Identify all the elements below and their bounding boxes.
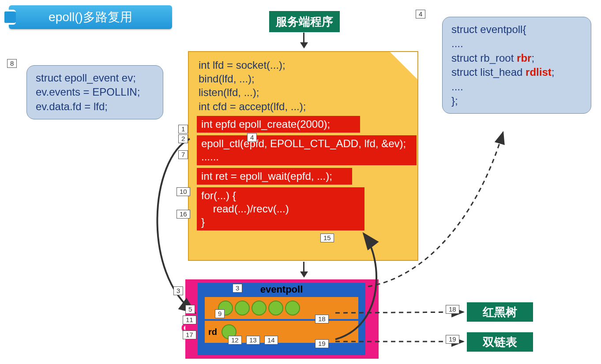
left-l1: struct epoll_event ev; — [36, 71, 154, 85]
num-1: 1 — [178, 125, 188, 134]
label-rbtree: 红黑树 — [467, 302, 533, 322]
blue-eventpoll: eventpoll rd — [198, 283, 365, 355]
num-13: 13 — [246, 336, 260, 345]
num-9: 9 — [215, 309, 225, 318]
title-ring — [3, 10, 16, 25]
num-7: 7 — [178, 150, 188, 159]
code-note: int lfd = socket(...); bind(lfd, ...); l… — [188, 51, 418, 261]
label-dlist: 双链表 — [467, 332, 533, 352]
num-8: 8 — [7, 59, 17, 68]
pink-container: eventpoll rd — [185, 279, 379, 359]
left-l2: ev.events = EPOLLIN; — [36, 85, 154, 99]
rdlist-label: rd — [208, 327, 217, 337]
red-epoll-ctl: epoll_ctl(epfd, EPOLL_CTL_ADD, lfd, &ev)… — [197, 135, 417, 165]
rb-l5: .... — [451, 80, 582, 94]
node-circle — [252, 301, 267, 316]
num-19-right: 19 — [446, 335, 459, 344]
right-struct-box: struct eventpoll{ .... struct rb_root rb… — [442, 17, 591, 114]
red-for-loop: for(...) { read(...)/recv(...) } — [197, 187, 364, 230]
num-4-top: 4 — [416, 10, 425, 19]
title-text: epoll()多路复用 — [49, 9, 132, 26]
red-epoll-wait: int ret = epoll_wait(epfd, ...); — [197, 168, 352, 185]
num-3-inner: 3 — [233, 284, 242, 293]
red-epoll-create: int epfd epoll_create(2000); — [197, 116, 360, 133]
rb-l2: .... — [451, 37, 582, 51]
server-label: 服务端程序 — [269, 11, 340, 32]
orange-row-rbr — [205, 297, 358, 319]
num-16: 16 — [177, 210, 190, 219]
node-circle — [285, 301, 300, 316]
left-l3: ev.data.fd = lfd; — [36, 100, 154, 114]
num-11: 11 — [183, 316, 196, 324]
num-14: 14 — [264, 336, 278, 345]
rb-l1: struct eventpoll{ — [451, 22, 582, 37]
num-15: 15 — [320, 234, 334, 242]
num-2: 2 — [178, 134, 188, 143]
code-c3: listen(lfd, ...); — [199, 85, 417, 99]
num-18-inner: 18 — [315, 315, 329, 323]
rb-l4: struct list_head rdlist; — [451, 65, 582, 79]
num-5: 5 — [185, 305, 195, 314]
num-19-inner: 19 — [315, 339, 329, 348]
num-4-inline: 4 — [247, 133, 257, 142]
num-17: 17 — [183, 331, 196, 339]
num-10: 10 — [177, 187, 190, 196]
node-circle — [268, 301, 283, 316]
title-bar: epoll()多路复用 — [9, 5, 172, 29]
code-c1: int lfd = socket(...); — [199, 58, 417, 72]
node-circle — [235, 301, 250, 316]
eventpoll-title: eventpoll — [198, 284, 365, 295]
num-18-right: 18 — [446, 305, 459, 314]
rb-l3: struct rb_root rbr; — [451, 51, 582, 65]
num-12: 12 — [228, 336, 242, 345]
code-c2: bind(lfd, ...); — [199, 72, 417, 85]
num-3-outer: 3 — [173, 286, 183, 295]
left-code-box: struct epoll_event ev; ev.events = EPOLL… — [26, 65, 163, 119]
code-c4: int cfd = accept(lfd, ...); — [199, 100, 417, 113]
rb-l6: }; — [451, 94, 582, 108]
